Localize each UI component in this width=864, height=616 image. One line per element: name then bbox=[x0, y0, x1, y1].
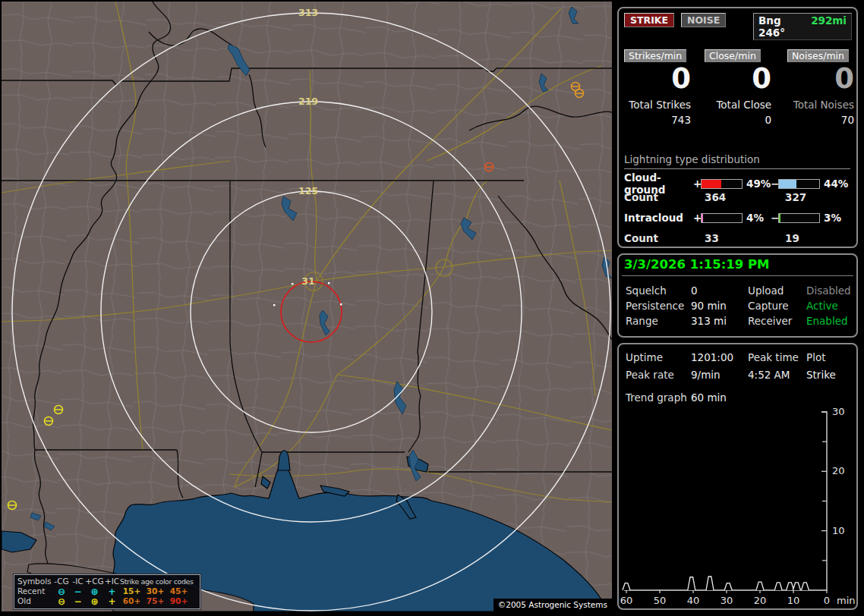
trend-peak bbox=[774, 583, 782, 590]
trend-peak bbox=[623, 583, 630, 590]
ic-negative-count: 19 bbox=[785, 232, 799, 244]
neg-ic-recent-icon: − bbox=[71, 587, 85, 596]
status-panel: 3/3/2026 1:15:19 PM Squelch 0 Upload Dis… bbox=[617, 253, 858, 338]
count-label: Count bbox=[624, 232, 705, 244]
range-ring-label: 31 bbox=[301, 275, 314, 287]
range-ring-label: 125 bbox=[298, 185, 318, 196]
plus-sign: + bbox=[693, 178, 701, 190]
map-canvas: 31321912531 bbox=[2, 2, 612, 611]
legend-row-old: Old bbox=[17, 596, 52, 606]
strikes-per-min-button[interactable]: Strikes/min bbox=[624, 49, 686, 62]
total-strikes-value: 743 bbox=[624, 114, 691, 126]
range-label: Range bbox=[626, 315, 691, 327]
squelch-label: Squelch bbox=[626, 284, 691, 297]
trend-peak bbox=[787, 583, 794, 590]
noises-per-min-button[interactable]: Noises/min bbox=[787, 49, 849, 62]
upload-label: Upload bbox=[748, 284, 806, 297]
legend-col-pos-cg: +CG bbox=[85, 577, 104, 586]
total-strikes-label: Total Strikes bbox=[624, 99, 691, 111]
trend-peak bbox=[706, 577, 714, 590]
intracloud-count-row: Count 33 19 bbox=[624, 232, 799, 244]
neg-cg-recent-icon: ⊖ bbox=[52, 587, 71, 596]
pos-ic-old-icon: + bbox=[104, 597, 120, 606]
cg-positive-pct: 49% bbox=[743, 178, 770, 190]
strikes-counter-column: Strikes/min 0 Total Strikes 743 bbox=[624, 48, 691, 126]
x-tick-label: 40 bbox=[687, 595, 700, 606]
cg-positive-count: 364 bbox=[705, 191, 785, 203]
ring-mark bbox=[273, 304, 275, 306]
y-tick-label: 20 bbox=[832, 465, 845, 476]
upload-status: Disabled bbox=[806, 284, 851, 297]
strike-map[interactable]: 31321912531 Symbols -CG -IC +CG +IC Stri… bbox=[2, 2, 612, 611]
bearing-distance: 292mi bbox=[811, 14, 847, 39]
trend-peak bbox=[724, 583, 732, 590]
ic-positive-bar bbox=[701, 213, 743, 223]
trend-peak bbox=[801, 583, 809, 590]
trend-peak bbox=[756, 582, 764, 590]
minus-sign: − bbox=[771, 178, 778, 190]
pos-ic-recent-icon: + bbox=[104, 587, 120, 596]
x-tick-label: 60 bbox=[620, 595, 633, 606]
capture-label: Capture bbox=[748, 300, 806, 312]
neg-ic-old-icon: − bbox=[71, 597, 85, 606]
total-close-label: Total Close bbox=[705, 99, 771, 111]
x-tick-label: 10 bbox=[787, 595, 800, 606]
map-legend: Symbols -CG -IC +CG +IC Strike age color… bbox=[14, 574, 200, 609]
ring-mark bbox=[292, 283, 293, 284]
capture-status: Active bbox=[806, 300, 838, 312]
range-ring-label: 219 bbox=[298, 96, 318, 107]
counters-panel: STRIKE NOISE Bng 246° 292mi Strikes/min … bbox=[617, 7, 858, 248]
divider bbox=[622, 275, 853, 276]
total-close-value: 0 bbox=[705, 114, 771, 126]
distribution-title: Lightning type distribution bbox=[624, 153, 850, 169]
trend-peak bbox=[688, 577, 695, 590]
y-tick-label: 30 bbox=[832, 406, 845, 417]
age-30-label: 30+ bbox=[143, 586, 167, 596]
copyright-label: ©2005 Astrogenic Systems bbox=[493, 599, 612, 611]
plus-sign: + bbox=[693, 212, 701, 224]
ring-mark bbox=[340, 303, 342, 305]
age-60-label: 60+ bbox=[120, 596, 143, 606]
datetime-display: 3/3/2026 1:15:19 PM bbox=[624, 257, 770, 272]
intracloud-label: Intracloud bbox=[624, 212, 693, 224]
strike-toggle-button[interactable]: STRIKE bbox=[624, 13, 674, 27]
cg-negative-count: 327 bbox=[785, 191, 806, 203]
total-noises-label: Total Noises bbox=[787, 99, 854, 111]
x-tick-label: 50 bbox=[654, 595, 667, 606]
close-counter-column: Close/min 0 Total Close 0 bbox=[705, 48, 771, 126]
close-per-min-button[interactable]: Close/min bbox=[705, 49, 761, 62]
legend-age-title: Strike age color codes bbox=[120, 577, 191, 586]
x-tick-label: 30 bbox=[721, 595, 733, 606]
age-90-label: 90+ bbox=[167, 596, 191, 606]
x-axis-unit: min bbox=[837, 595, 856, 606]
ring-mark bbox=[328, 282, 330, 284]
squelch-value: 0 bbox=[691, 284, 748, 297]
ic-negative-bar bbox=[778, 213, 820, 223]
legend-col-neg-cg: -CG bbox=[52, 577, 71, 586]
receiver-label: Receiver bbox=[748, 315, 806, 327]
range-value: 313 mi bbox=[691, 315, 748, 327]
age-75-label: 75+ bbox=[143, 596, 167, 606]
strikes-rate-value: 0 bbox=[624, 64, 691, 93]
bearing-readout: Bng 246° 292mi bbox=[753, 13, 852, 40]
noises-rate-value: 0 bbox=[787, 64, 854, 93]
noises-counter-column: Noises/min 0 Total Noises 70 bbox=[787, 48, 854, 126]
cg-negative-pct: 44% bbox=[820, 178, 848, 190]
trend-peak bbox=[793, 583, 800, 590]
x-tick-label: 20 bbox=[754, 595, 767, 606]
noise-toggle-button[interactable]: NOISE bbox=[681, 13, 726, 27]
close-rate-value: 0 bbox=[705, 64, 771, 93]
cloud-ground-count-row: Count 364 327 bbox=[624, 191, 806, 203]
minus-sign: − bbox=[771, 212, 778, 224]
ic-positive-count: 33 bbox=[705, 232, 785, 244]
pos-cg-recent-icon: ⊕ bbox=[85, 587, 104, 596]
age-45-label: 45+ bbox=[167, 586, 191, 596]
trend-graph: 1020306050403020100min bbox=[619, 344, 856, 608]
persistence-value: 90 min bbox=[691, 300, 748, 312]
legend-symbols-title: Symbols bbox=[17, 577, 52, 586]
total-noises-value: 70 bbox=[787, 114, 854, 126]
neg-cg-old-icon: ⊖ bbox=[52, 597, 71, 606]
pos-cg-old-icon: ⊕ bbox=[85, 597, 104, 606]
chart-axes bbox=[624, 412, 827, 590]
bearing-value: Bng 246° bbox=[758, 14, 811, 39]
